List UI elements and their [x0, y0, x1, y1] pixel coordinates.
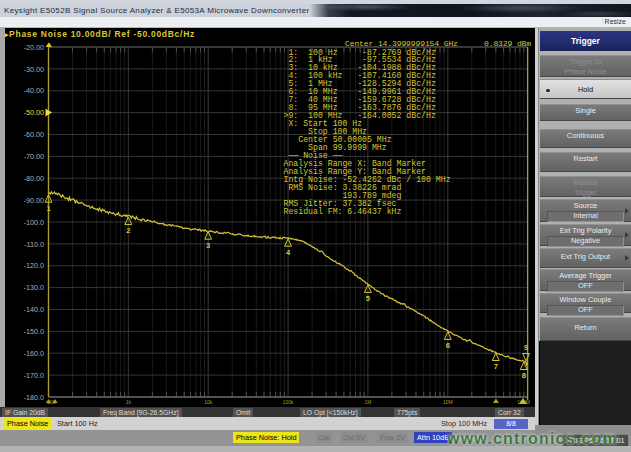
svg-text:2: 2	[126, 226, 130, 235]
svg-text:-80.00: -80.00	[24, 174, 44, 183]
svg-text:10M: 10M	[443, 399, 453, 405]
svg-text:-40.00: -40.00	[24, 86, 44, 95]
svg-text:-20.00: -20.00	[24, 43, 44, 52]
svg-text:-30.00: -30.00	[24, 65, 44, 74]
svg-text:10k: 10k	[204, 399, 213, 405]
svg-text:5: 5	[366, 294, 370, 303]
svg-text:6: 6	[446, 341, 450, 350]
svg-text:1k: 1k	[126, 399, 132, 405]
svg-text:-130.0: -130.0	[24, 283, 44, 292]
svg-text:-120.0: -120.0	[24, 261, 44, 270]
svg-text:-100.0: -100.0	[24, 218, 44, 227]
svg-text:-70.00: -70.00	[24, 152, 44, 161]
svg-text:-50.00: -50.00	[24, 108, 44, 117]
svg-text:4: 4	[286, 248, 291, 257]
svg-text:-140.0: -140.0	[24, 305, 44, 314]
svg-text:9: 9	[524, 343, 528, 352]
svg-text:1: 1	[46, 204, 50, 213]
svg-text:-150.0: -150.0	[24, 327, 44, 336]
svg-text:-110.0: -110.0	[24, 240, 44, 249]
svg-text:8: 8	[522, 371, 526, 380]
svg-text:7: 7	[494, 362, 498, 371]
svg-text:3: 3	[206, 241, 210, 250]
svg-text:-90.00: -90.00	[24, 196, 44, 205]
svg-text:-170.0: -170.0	[24, 371, 44, 380]
svg-text:-180.0: -180.0	[24, 393, 44, 402]
svg-text:-160.0: -160.0	[24, 349, 44, 358]
svg-text:1M: 1M	[364, 399, 371, 405]
svg-text:-60.00: -60.00	[24, 130, 44, 139]
svg-text:100k: 100k	[283, 399, 294, 405]
